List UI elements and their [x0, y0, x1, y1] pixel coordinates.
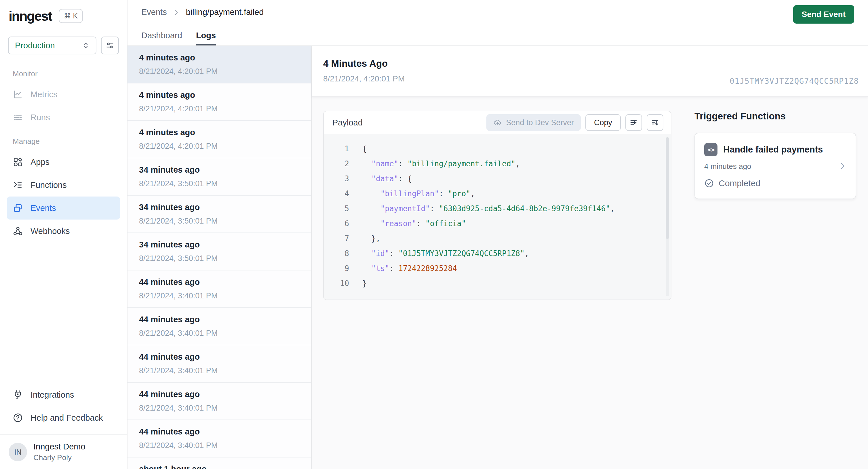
content-row: 4 minutes ago 8/21/2024, 4:20:01 PM 4 mi… — [127, 46, 868, 469]
line-number: 10 — [324, 279, 349, 288]
sidebar-item-help[interactable]: Help and Feedback — [7, 406, 120, 429]
sidebar-item-events[interactable]: Events — [7, 196, 120, 220]
line-number: 7 — [324, 234, 349, 243]
line-number: 5 — [324, 204, 349, 213]
event-list-item[interactable]: 4 minutes ago 8/21/2024, 4:20:01 PM — [127, 121, 311, 158]
copy-button[interactable]: Copy — [585, 114, 621, 131]
events-icon — [13, 203, 23, 213]
function-status-label: Completed — [719, 178, 761, 188]
payload-code: 1{2 "name": "billing/payment.failed",3 "… — [324, 134, 671, 300]
scroll-to-bottom-button[interactable] — [647, 114, 663, 131]
event-item-relative: 44 minutes ago — [139, 315, 311, 324]
event-detail-title: 4 Minutes Ago — [323, 58, 859, 69]
line-number: 8 — [324, 249, 349, 258]
sidebar-item-integrations[interactable]: Integrations — [7, 383, 120, 406]
plug-icon — [13, 389, 23, 400]
event-detail-body: Payload Send to Dev Server Copy — [312, 97, 868, 469]
environment-row: Production — [0, 24, 127, 54]
code-scrollbar[interactable] — [666, 137, 669, 296]
runs-list-icon — [13, 112, 23, 123]
send-to-dev-server-button[interactable]: Send to Dev Server — [486, 114, 581, 131]
line-number: 4 — [324, 189, 349, 198]
sidebar-item-runs[interactable]: Runs — [7, 106, 120, 129]
event-item-relative: 34 minutes ago — [139, 240, 311, 249]
send-to-dev-server-label: Send to Dev Server — [506, 118, 574, 127]
sidebar-item-webhooks[interactable]: Webhooks — [7, 220, 120, 243]
code-line: 3 "data": { — [324, 171, 671, 186]
code-line: 9 "ts": 1724228925284 — [324, 261, 671, 276]
event-item-timestamp: 8/21/2024, 3:40:01 PM — [139, 329, 311, 338]
command-k-shortcut[interactable]: ⌘ K — [59, 9, 83, 23]
wrap-lines-button[interactable] — [625, 114, 642, 131]
main-area: Events billing/payment.failed Send Event… — [127, 0, 868, 469]
event-item-relative: 4 minutes ago — [139, 90, 311, 100]
function-title-row: <> Handle failed payments — [704, 143, 846, 156]
event-list-item[interactable]: 34 minutes ago 8/21/2024, 3:50:01 PM — [127, 158, 311, 196]
user-info: Inngest Demo Charly Poly — [33, 442, 86, 462]
event-list-item[interactable]: 44 minutes ago 8/21/2024, 3:40:01 PM — [127, 345, 311, 383]
environment-select[interactable]: Production — [8, 36, 96, 54]
webhook-icon — [13, 226, 23, 236]
sidebar-item-label: Runs — [31, 113, 50, 122]
environment-label: Production — [15, 41, 55, 50]
avatar: IN — [9, 443, 27, 461]
scroll-down-icon — [651, 118, 659, 127]
event-list-item[interactable]: 44 minutes ago 8/21/2024, 3:40:01 PM — [127, 271, 311, 308]
breadcrumb-current: billing/payment.failed — [186, 7, 264, 17]
send-event-button[interactable]: Send Event — [793, 5, 854, 24]
chevron-right-icon — [173, 9, 180, 16]
sidebar-item-label: Apps — [31, 157, 50, 167]
app-window: inngest ⌘ K Production Monitor — [0, 0, 868, 469]
event-list: 4 minutes ago 8/21/2024, 4:20:01 PM 4 mi… — [127, 46, 312, 469]
tab-dashboard[interactable]: Dashboard — [141, 31, 182, 45]
breadcrumb-events-link[interactable]: Events — [141, 7, 167, 17]
sidebar-item-metrics[interactable]: Metrics — [7, 83, 120, 106]
event-list-item[interactable]: 44 minutes ago 8/21/2024, 3:40:01 PM — [127, 383, 311, 420]
environment-settings-button[interactable] — [101, 36, 119, 54]
sidebar-item-apps[interactable]: Apps — [7, 151, 120, 174]
code-line: 4 "billingPlan": "pro", — [324, 186, 671, 201]
event-list-item[interactable]: 44 minutes ago 8/21/2024, 3:40:01 PM — [127, 420, 311, 458]
section-label-manage: Manage — [7, 129, 120, 151]
sidebar-item-functions[interactable]: Functions — [7, 174, 120, 196]
event-list-item[interactable]: 34 minutes ago 8/21/2024, 3:50:01 PM — [127, 196, 311, 233]
event-item-timestamp: 8/21/2024, 3:40:01 PM — [139, 441, 311, 450]
sidebar-item-label: Webhooks — [31, 226, 70, 236]
event-list-item[interactable]: 44 minutes ago 8/21/2024, 3:40:01 PM — [127, 308, 311, 345]
code-line: 2 "name": "billing/payment.failed", — [324, 156, 671, 171]
line-number: 6 — [324, 219, 349, 228]
section-label-monitor: Monitor — [7, 61, 120, 83]
payload-title: Payload — [332, 118, 363, 127]
sidebar-nav: Monitor Metrics Runs Manage Apps — [0, 54, 127, 435]
event-list-item[interactable]: about 1 hour ago — [127, 458, 311, 469]
line-number: 2 — [324, 159, 349, 168]
wrap-lines-icon — [629, 118, 638, 127]
sliders-icon — [105, 41, 115, 50]
event-item-relative: about 1 hour ago — [139, 464, 311, 469]
event-item-timestamp: 8/21/2024, 3:40:01 PM — [139, 291, 311, 301]
event-item-timestamp: 8/21/2024, 3:50:01 PM — [139, 217, 311, 226]
chevron-right-icon[interactable] — [838, 162, 847, 170]
event-list-item[interactable]: 4 minutes ago 8/21/2024, 4:20:01 PM — [127, 46, 311, 84]
event-list-item[interactable]: 4 minutes ago 8/21/2024, 4:20:01 PM — [127, 84, 311, 121]
event-item-relative: 44 minutes ago — [139, 389, 311, 399]
event-item-relative: 44 minutes ago — [139, 352, 311, 362]
event-item-timestamp: 8/21/2024, 4:20:01 PM — [139, 67, 311, 76]
tab-logs[interactable]: Logs — [196, 31, 216, 45]
line-number: 3 — [324, 175, 349, 183]
inngest-logo[interactable]: inngest — [9, 8, 52, 24]
code-line: 8 "id": "01J5TMY3VJTZ2QG74QCC5RP1Z8", — [324, 246, 671, 261]
user-menu[interactable]: IN Inngest Demo Charly Poly — [0, 435, 127, 469]
event-detail: 4 Minutes Ago 8/21/2024, 4:20:01 PM 01J5… — [312, 46, 868, 469]
triggered-function-card[interactable]: <> Handle failed payments 4 minutes ago … — [694, 133, 856, 199]
help-circle-icon — [13, 413, 23, 423]
payload-header: Payload Send to Dev Server Copy — [324, 111, 671, 134]
event-item-relative: 4 minutes ago — [139, 53, 311, 62]
chevron-up-down-icon — [82, 41, 90, 50]
topbar: Events billing/payment.failed Send Event… — [127, 0, 868, 46]
sidebar-footer: Integrations Help and Feedback — [7, 383, 120, 435]
logo-row: inngest ⌘ K — [0, 0, 127, 24]
event-list-item[interactable]: 34 minutes ago 8/21/2024, 3:50:01 PM — [127, 233, 311, 271]
user-subtitle: Charly Poly — [33, 453, 86, 462]
sidebar-item-label: Help and Feedback — [31, 413, 103, 423]
